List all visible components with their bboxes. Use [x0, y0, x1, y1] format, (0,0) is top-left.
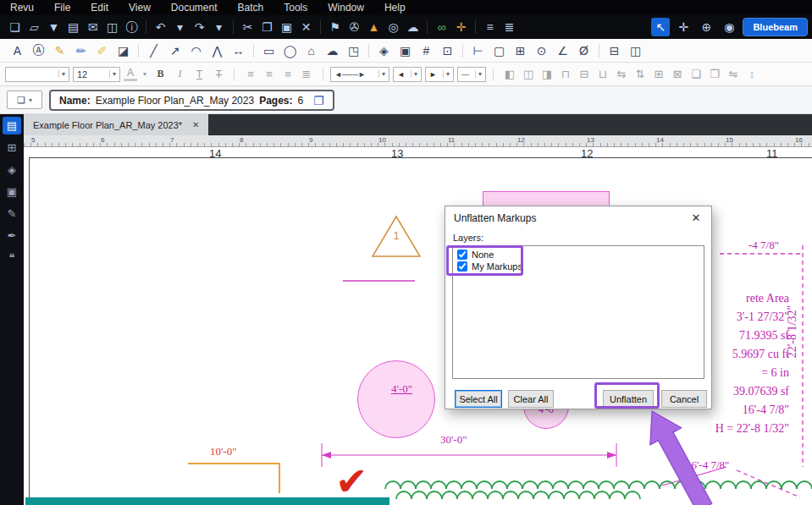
profiles-icon[interactable]: ≡: [480, 18, 500, 36]
snapshot-icon[interactable]: ✇: [345, 18, 364, 36]
distribute-horizontal-icon[interactable]: ⇆: [612, 68, 631, 80]
flatten-icon[interactable]: ▲: [364, 18, 384, 36]
stamp-icon[interactable]: ◈: [373, 44, 395, 58]
dimension-icon[interactable]: ↔: [228, 44, 249, 58]
create-pdf-icon[interactable]: ❏: [5, 18, 25, 36]
rectangle-icon[interactable]: ▭: [258, 44, 279, 58]
layer-item[interactable]: None: [453, 249, 704, 261]
bring-to-front-icon[interactable]: ❏: [687, 68, 705, 80]
align-objects-center-icon[interactable]: ◫: [519, 68, 538, 80]
align-text-center-icon[interactable]: ≡: [260, 68, 279, 80]
save-icon[interactable]: ▼: [44, 18, 64, 36]
bold-button[interactable]: B: [152, 68, 168, 80]
ellipse-icon[interactable]: ◯: [279, 44, 301, 58]
typewriter-icon[interactable]: Ⓐ: [28, 43, 49, 58]
italic-button[interactable]: I: [172, 68, 188, 80]
close-icon[interactable]: ✕: [681, 206, 711, 229]
line-spacing-icon[interactable]: ≣: [297, 68, 316, 80]
angle-icon[interactable]: ∠: [552, 44, 573, 58]
line-icon[interactable]: ╱: [143, 44, 164, 58]
info-icon[interactable]: ⓘ: [122, 18, 141, 36]
split-vertical-icon[interactable]: ◫: [625, 44, 646, 58]
menu-help[interactable]: Help: [374, 0, 416, 15]
redo-icon[interactable]: ↷: [190, 18, 209, 36]
pan-tool-icon[interactable]: ✛: [674, 18, 693, 36]
eraser-icon[interactable]: ◪: [113, 44, 134, 58]
measure-volume-icon[interactable]: ⊞: [510, 44, 531, 58]
markup-list-icon[interactable]: ✎: [3, 205, 21, 222]
menu-document[interactable]: Document: [161, 0, 228, 15]
cloud-icon[interactable]: ☁: [322, 44, 343, 58]
page-setup-icon[interactable]: ❐: [313, 94, 324, 107]
ungroup-icon[interactable]: ⊠: [668, 68, 687, 80]
signatures-icon[interactable]: ✒: [3, 227, 21, 244]
polyline-icon[interactable]: ⋀: [207, 44, 228, 58]
font-color-button[interactable]: A: [124, 67, 137, 81]
count-icon[interactable]: ⊙: [531, 44, 552, 58]
measure-length-icon[interactable]: ⊢: [467, 44, 489, 58]
markup-checkmark[interactable]: ✔: [335, 462, 368, 501]
measure-area-icon[interactable]: ▢: [489, 44, 510, 58]
file-access-icon[interactable]: ▤: [3, 117, 21, 134]
undo-menu-icon[interactable]: ▾: [170, 18, 190, 36]
cut-icon[interactable]: ✂: [238, 18, 257, 36]
strikethrough-button[interactable]: T: [211, 69, 227, 80]
menu-edit[interactable]: Edit: [80, 0, 119, 15]
crop-icon[interactable]: #: [416, 44, 437, 58]
note-icon[interactable]: ✎: [49, 44, 70, 58]
dash-style-select[interactable]: — ▾: [457, 67, 486, 82]
align-text-left-icon[interactable]: ≡: [241, 68, 260, 80]
arrow-icon[interactable]: ↗: [164, 44, 185, 58]
cancel-button[interactable]: Cancel: [661, 390, 707, 408]
end-arrow-select[interactable]: ► ▾: [425, 67, 454, 82]
split-horizontal-icon[interactable]: ⊟: [604, 44, 625, 58]
hyperlink-icon[interactable]: ∞: [432, 18, 451, 36]
snapshot-tool-icon[interactable]: ⊡: [437, 44, 458, 58]
distribute-vertical-icon[interactable]: ⇅: [631, 68, 649, 80]
dialog-titlebar[interactable]: Unflatten Markups ✕: [445, 206, 711, 229]
menu-file[interactable]: File: [44, 0, 80, 15]
send-to-back-icon[interactable]: ❐: [705, 68, 724, 80]
menu-batch[interactable]: Batch: [228, 0, 274, 15]
flip-horizontal-icon[interactable]: ⇋: [724, 68, 743, 80]
paste-icon[interactable]: ▣: [277, 18, 296, 36]
close-icon[interactable]: ✕: [192, 120, 199, 129]
split-view-icon[interactable]: ◫: [102, 18, 122, 36]
underline-button[interactable]: T: [191, 69, 207, 80]
layers-icon[interactable]: ◈: [3, 161, 21, 178]
flag-icon[interactable]: ⚑: [325, 18, 345, 36]
font-size-select[interactable]: 12 ▾: [73, 67, 120, 82]
menu-window[interactable]: Window: [318, 0, 374, 15]
unflatten-button[interactable]: Unflatten: [603, 390, 654, 408]
callout-icon[interactable]: ◳: [343, 44, 364, 58]
open-file-icon[interactable]: ▱: [25, 18, 44, 36]
markup-teal-bar[interactable]: [25, 497, 389, 505]
thumbnails-icon[interactable]: ⊞: [3, 139, 21, 156]
line-style-select[interactable]: ◄───► ▾: [330, 67, 389, 82]
align-objects-middle-icon[interactable]: ⊟: [575, 68, 594, 80]
email-icon[interactable]: ✉: [83, 18, 102, 36]
image-icon[interactable]: ▣: [395, 44, 416, 58]
copy-icon[interactable]: ❐: [257, 18, 277, 36]
print-icon[interactable]: ▤: [64, 18, 83, 36]
markup-corner-orange[interactable]: [188, 464, 279, 493]
zoom-tool-icon[interactable]: ⊕: [697, 18, 715, 36]
redo-menu-icon[interactable]: ▾: [209, 18, 229, 36]
menu-revu[interactable]: Revu: [0, 0, 44, 15]
dynamic-zoom-icon[interactable]: ◉: [720, 18, 738, 36]
align-objects-top-icon[interactable]: ⊓: [556, 68, 575, 80]
polygon-icon[interactable]: ⌂: [301, 44, 322, 58]
menu-tools[interactable]: Tools: [273, 0, 318, 15]
chat-icon[interactable]: ❝: [3, 249, 21, 266]
start-arrow-select[interactable]: ◄ ▾: [393, 67, 422, 82]
layer-item[interactable]: My Markups: [453, 261, 704, 272]
flip-vertical-icon[interactable]: ↕: [743, 68, 761, 80]
arc-icon[interactable]: ◠: [185, 44, 207, 58]
group-icon[interactable]: ⊞: [649, 68, 668, 80]
clear-all-button[interactable]: Clear All: [508, 390, 554, 408]
delete-icon[interactable]: ✕: [296, 18, 316, 36]
bluebeam-button[interactable]: Bluebeam: [743, 18, 808, 36]
highlight-icon[interactable]: ✐: [91, 44, 113, 58]
align-objects-bottom-icon[interactable]: ⊔: [594, 68, 612, 80]
layers-listbox[interactable]: NoneMy Markups: [452, 245, 704, 379]
